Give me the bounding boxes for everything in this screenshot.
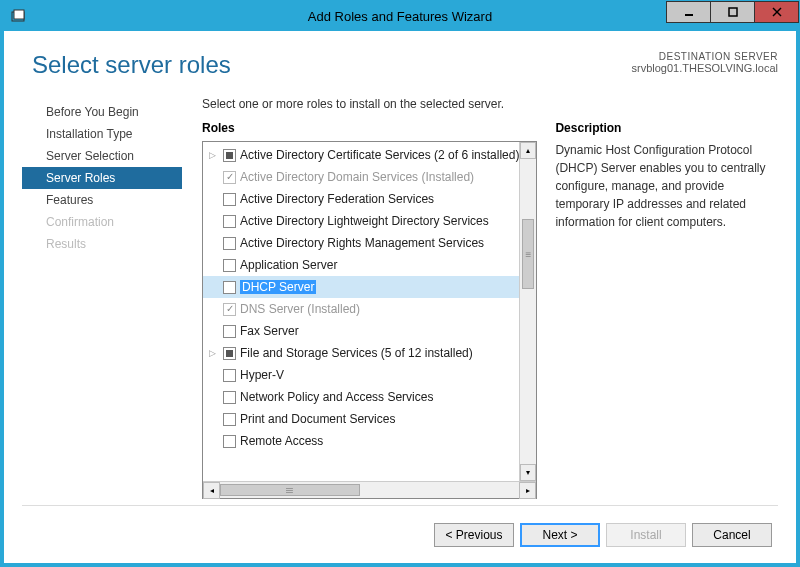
next-button[interactable]: Next > [520,523,600,547]
role-item[interactable]: ▷File and Storage Services (5 of 12 inst… [203,342,519,364]
role-checkbox[interactable] [223,281,236,294]
wizard-nav-item[interactable]: Before You Begin [22,101,182,123]
role-label: Active Directory Certificate Services (2… [240,148,519,162]
role-label: Active Directory Domain Services (Instal… [240,170,474,184]
vertical-scrollbar[interactable]: ▴ ▾ [519,142,536,481]
prompt-text: Select one or more roles to install on t… [202,97,778,111]
role-checkbox [223,171,236,184]
destination-label: DESTINATION SERVER [631,51,778,62]
role-label: Hyper-V [240,368,284,382]
expand-icon[interactable]: ▷ [209,348,219,358]
role-item[interactable]: DHCP Server [203,276,519,298]
scroll-right-button[interactable]: ▸ [519,482,536,499]
expand-icon[interactable]: ▷ [209,150,219,160]
roles-listbox: ▷Active Directory Certificate Services (… [202,141,537,499]
role-item[interactable]: Active Directory Domain Services (Instal… [203,166,519,188]
wizard-nav-item[interactable]: Server Roles [22,167,182,189]
role-checkbox[interactable] [223,237,236,250]
role-label: Print and Document Services [240,412,395,426]
role-label: Network Policy and Access Services [240,390,433,404]
role-item[interactable]: Network Policy and Access Services [203,386,519,408]
role-label: Active Directory Lightweight Directory S… [240,214,489,228]
close-button[interactable] [754,1,799,23]
role-label: Active Directory Rights Management Servi… [240,236,484,250]
previous-button[interactable]: < Previous [434,523,514,547]
description-heading: Description [555,121,778,135]
role-checkbox[interactable] [223,413,236,426]
svg-rect-1 [14,10,24,19]
role-label: Application Server [240,258,337,272]
page-title: Select server roles [32,51,231,79]
destination-server: srvblog01.THESOLVING.local [631,62,778,74]
role-item[interactable]: Remote Access [203,430,519,452]
role-checkbox[interactable] [223,347,236,360]
wizard-nav-item[interactable]: Server Selection [22,145,182,167]
role-checkbox[interactable] [223,215,236,228]
role-checkbox[interactable] [223,193,236,206]
role-label: DNS Server (Installed) [240,302,360,316]
scroll-up-button[interactable]: ▴ [520,142,536,159]
role-item[interactable]: Active Directory Federation Services [203,188,519,210]
role-checkbox[interactable] [223,391,236,404]
role-label: DHCP Server [240,280,316,294]
roles-heading: Roles [202,121,537,135]
horizontal-scrollbar[interactable]: ◂ ▸ [203,481,536,498]
role-checkbox[interactable] [223,259,236,272]
scroll-thumb-horizontal[interactable] [220,484,360,496]
role-checkbox[interactable] [223,369,236,382]
minimize-button[interactable] [666,1,711,23]
wizard-nav-item[interactable]: Features [22,189,182,211]
wizard-nav: Before You BeginInstallation TypeServer … [22,97,182,499]
wizard-nav-item: Confirmation [22,211,182,233]
role-label: Remote Access [240,434,323,448]
role-checkbox[interactable] [223,149,236,162]
scroll-down-button[interactable]: ▾ [520,464,536,481]
role-item[interactable]: ▷Active Directory Certificate Services (… [203,144,519,166]
titlebar[interactable]: Add Roles and Features Wizard [1,1,799,31]
role-item[interactable]: Active Directory Rights Management Servi… [203,232,519,254]
role-item[interactable]: DNS Server (Installed) [203,298,519,320]
role-item[interactable]: Application Server [203,254,519,276]
role-item[interactable]: Hyper-V [203,364,519,386]
role-item[interactable]: Fax Server [203,320,519,342]
role-label: Active Directory Federation Services [240,192,434,206]
destination-info: DESTINATION SERVER srvblog01.THESOLVING.… [631,51,778,74]
svg-rect-3 [729,8,737,16]
scroll-left-button[interactable]: ◂ [203,482,220,499]
role-checkbox [223,303,236,316]
role-label: Fax Server [240,324,299,338]
role-item[interactable]: Print and Document Services [203,408,519,430]
role-label: File and Storage Services (5 of 12 insta… [240,346,473,360]
role-checkbox[interactable] [223,435,236,448]
role-item[interactable]: Active Directory Lightweight Directory S… [203,210,519,232]
description-text: Dynamic Host Configuration Protocol (DHC… [555,141,778,231]
role-checkbox[interactable] [223,325,236,338]
wizard-nav-item[interactable]: Installation Type [22,123,182,145]
scroll-thumb-vertical[interactable] [522,219,534,289]
app-icon [7,9,29,23]
maximize-button[interactable] [710,1,755,23]
wizard-nav-item: Results [22,233,182,255]
cancel-button[interactable]: Cancel [692,523,772,547]
wizard-footer: < Previous Next > Install Cancel [22,505,778,563]
install-button[interactable]: Install [606,523,686,547]
window-frame: Add Roles and Features Wizard Select ser… [0,0,800,567]
